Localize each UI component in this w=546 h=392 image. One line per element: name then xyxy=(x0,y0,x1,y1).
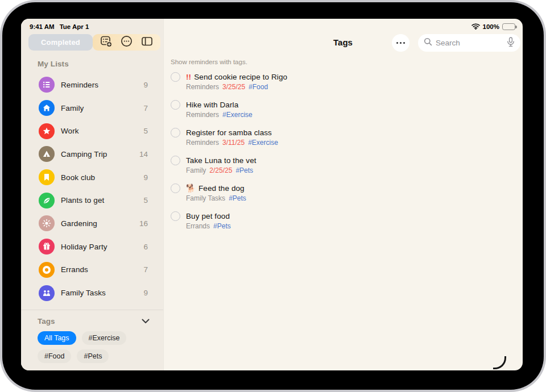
sidebar-item-family[interactable]: Family 7 xyxy=(21,97,163,120)
checkbox-circle[interactable] xyxy=(171,128,180,137)
checkbox-circle[interactable] xyxy=(171,184,180,193)
reminder-title: !! Send cookie recipe to Rigo xyxy=(186,72,287,82)
reminder-title: Buy pet food xyxy=(186,211,231,221)
chip-all-tags[interactable]: All Tags xyxy=(38,331,76,345)
reminder-meta: Reminders 3/11/25 #Exercise xyxy=(186,139,278,147)
sidebar-item-holiday-party[interactable]: Holiday Party 6 xyxy=(21,235,163,258)
reminder-tag[interactable]: #Pets xyxy=(213,222,231,231)
add-list-button[interactable] xyxy=(100,36,113,49)
toolbar-highlight xyxy=(93,34,160,51)
reminder-row[interactable]: Buy pet food Errands #Pets xyxy=(171,211,410,231)
people-icon xyxy=(39,285,55,301)
reminder-title: Take Luna to the vet xyxy=(186,156,257,165)
reminders-list: !! Send cookie recipe to Rigo Reminders … xyxy=(171,72,410,239)
reminder-meta: Errands #Pets xyxy=(186,222,231,231)
reminder-list-name: Family xyxy=(186,166,206,175)
more-options-sidebar-button[interactable] xyxy=(119,36,133,49)
reminder-row[interactable]: Hike with Darla Reminders #Exercise xyxy=(171,100,410,119)
ring-icon xyxy=(39,262,55,278)
reminder-tag[interactable]: #Pets xyxy=(235,166,253,175)
add-list-icon xyxy=(100,35,113,50)
bullet-list-icon xyxy=(39,77,55,93)
checkbox-circle[interactable] xyxy=(171,72,180,82)
list-count: 9 xyxy=(143,81,148,89)
reminder-meta: Family 2/25/25 #Pets xyxy=(186,166,257,175)
list-label: Camping Trip xyxy=(61,150,107,159)
list-label: Family Tasks xyxy=(61,289,106,297)
list-count: 6 xyxy=(143,243,148,251)
my-lists-heading: My Lists xyxy=(38,60,69,68)
list-count: 7 xyxy=(143,265,148,274)
my-lists: Reminders 9 Family 7 Wor xyxy=(21,73,163,305)
collapse-tags-button[interactable] xyxy=(142,316,150,326)
completed-label: Completed xyxy=(41,38,80,47)
checkbox-circle[interactable] xyxy=(171,100,180,110)
ipad-illustration: 9:41 AM Tue Apr 1 100% Comple xyxy=(0,0,546,392)
chip-exercise[interactable]: #Exercise xyxy=(82,331,127,345)
reminder-date: 2/25/25 xyxy=(209,166,232,175)
sidebar-item-errands[interactable]: Errands 7 xyxy=(21,258,163,282)
reminder-tag[interactable]: #Food xyxy=(249,83,268,91)
device-frame: 9:41 AM Tue Apr 1 100% Comple xyxy=(0,0,546,392)
reminder-tag[interactable]: #Exercise xyxy=(248,139,278,147)
battery-icon xyxy=(502,23,515,30)
list-count: 14 xyxy=(139,150,148,159)
reminder-list-name: Reminders xyxy=(186,83,219,91)
sidebar-toolbar: Completed xyxy=(28,34,160,51)
sidebar-item-camping-trip[interactable]: Camping Trip 14 xyxy=(21,143,163,166)
reminder-tag[interactable]: #Pets xyxy=(229,194,246,203)
sidebar: Completed xyxy=(21,19,163,370)
reminder-row[interactable]: 🐕 Feed the dog Family Tasks #Pets xyxy=(171,184,410,203)
reminder-date: 3/11/25 xyxy=(222,139,245,147)
list-label: Book club xyxy=(61,173,95,182)
list-count: 16 xyxy=(139,219,148,228)
reminder-meta: Reminders 3/25/25 #Food xyxy=(186,83,287,91)
page-title: Tags xyxy=(163,37,523,47)
list-label: Plants to get xyxy=(61,196,104,205)
list-label: Holiday Party xyxy=(61,243,107,251)
sidebar-item-work[interactable]: Work 5 xyxy=(21,119,163,143)
screen: 9:41 AM Tue Apr 1 100% Comple xyxy=(21,19,523,370)
reminder-meta: Reminders #Exercise xyxy=(186,111,253,119)
reminder-title: Hike with Darla xyxy=(186,100,253,110)
chevron-down-icon xyxy=(142,316,150,326)
sidebar-columns-icon xyxy=(140,35,154,50)
toggle-sidebar-button[interactable] xyxy=(140,36,154,49)
dog-emoji: 🐕 xyxy=(186,184,196,193)
list-label: Reminders xyxy=(61,81,98,89)
gift-icon xyxy=(39,239,55,255)
reminder-row[interactable]: !! Send cookie recipe to Rigo Reminders … xyxy=(171,72,410,91)
list-label: Errands xyxy=(61,265,88,274)
date: Tue Apr 1 xyxy=(60,23,89,30)
reminder-list-name: Reminders xyxy=(186,139,219,147)
completed-button[interactable]: Completed xyxy=(28,34,93,51)
chip-pets[interactable]: #Pets xyxy=(77,349,109,363)
tags-heading: Tags xyxy=(38,317,55,326)
checkbox-circle[interactable] xyxy=(171,156,180,165)
status-bar: 9:41 AM Tue Apr 1 100% xyxy=(30,22,515,31)
sidebar-item-plants-to-get[interactable]: Plants to get 5 xyxy=(21,189,163,212)
clock: 9:41 AM xyxy=(30,23,55,30)
reminder-row[interactable]: Take Luna to the vet Family 2/25/25 #Pet… xyxy=(171,156,410,175)
wifi-icon xyxy=(471,23,480,31)
checkbox-circle[interactable] xyxy=(171,211,180,221)
reminder-tag[interactable]: #Exercise xyxy=(222,111,253,119)
screen-corner-arc xyxy=(493,356,506,369)
sidebar-item-family-tasks[interactable]: Family Tasks 9 xyxy=(21,281,163,305)
sun-icon xyxy=(39,215,55,231)
reminder-date: 3/25/25 xyxy=(222,83,245,91)
list-count: 7 xyxy=(143,104,148,112)
list-label: Gardening xyxy=(61,219,97,228)
reminder-title: Register for samba class xyxy=(186,128,278,137)
tag-chips: All Tags #Exercise #Food #Pets xyxy=(21,326,163,363)
list-label: Family xyxy=(61,104,84,112)
list-count: 5 xyxy=(143,127,148,135)
reminder-row[interactable]: Register for samba class Reminders 3/11/… xyxy=(171,128,410,147)
chip-food[interactable]: #Food xyxy=(38,349,71,363)
list-count: 9 xyxy=(143,289,148,297)
sidebar-item-gardening[interactable]: Gardening 16 xyxy=(21,212,163,235)
sidebar-item-reminders[interactable]: Reminders 9 xyxy=(21,73,163,97)
sidebar-item-book-club[interactable]: Book club 9 xyxy=(21,166,163,189)
list-count: 5 xyxy=(143,196,148,205)
leaf-icon xyxy=(39,193,55,208)
